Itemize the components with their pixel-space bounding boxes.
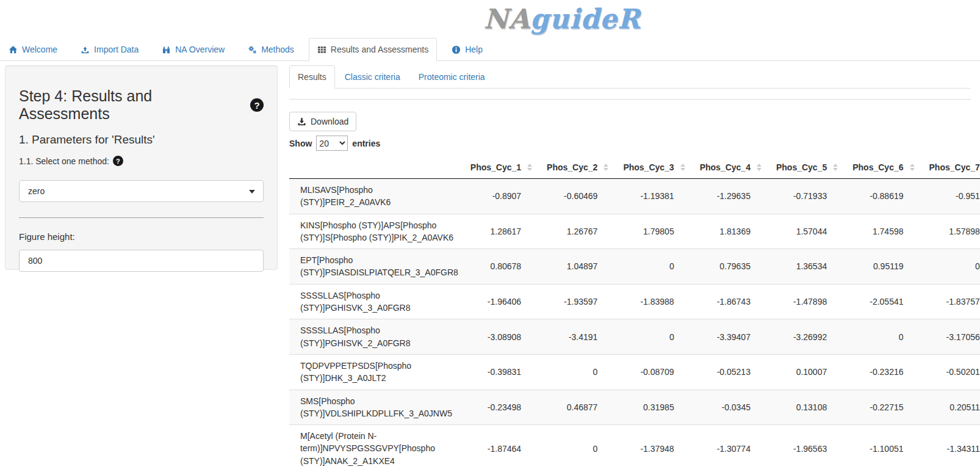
sort-arrows-icon (680, 164, 685, 171)
value-cell: -1.37948 (617, 425, 693, 472)
download-button[interactable]: Download (289, 112, 356, 131)
page-length-select[interactable]: 20 (316, 136, 348, 151)
value-cell: -1.96563 (770, 425, 846, 472)
value-cell: -3.17056 (923, 319, 980, 355)
row-name-cell: TQDPVPPETPSDS[Phospho (STY)]DHK_3_A0JLT2 (289, 354, 464, 390)
value-cell: -0.39831 (464, 354, 541, 390)
column-header-label: Phos_Cyc_6 (852, 162, 903, 172)
table-row: SSSSLLAS[Phospho (STY)]PGHISVK_3_A0FGR8-… (289, 284, 980, 319)
entries-label: entries (352, 139, 380, 148)
results-table: Phos_Cyc_1Phos_Cyc_2Phos_Cyc_3Phos_Cyc_4… (289, 156, 980, 472)
figure-height-input[interactable] (19, 250, 264, 272)
app-logo: NAguideR (483, 5, 640, 32)
value-cell: -0.71933 (770, 179, 846, 214)
nav-label: Import Data (94, 45, 139, 54)
value-cell: -0.22715 (846, 390, 923, 425)
method-label-text: 1.1. Select one method: (19, 156, 109, 166)
value-cell: 0.95119 (846, 249, 923, 285)
value-cell: -1.96406 (464, 284, 541, 319)
gears-icon (248, 45, 257, 54)
value-cell: -0.23216 (846, 354, 923, 390)
value-cell: -0.50201 (923, 354, 980, 390)
nav-link-results-and-assessments[interactable]: Results and Assessments (309, 38, 437, 61)
subtab-link-classic-criteria[interactable]: Classic criteria (336, 65, 409, 89)
table-row: SMS[Phospho (STY)]VDLSHIPLKDPLLFK_3_A0JN… (289, 390, 980, 425)
value-cell: -1.93597 (541, 284, 617, 319)
value-cell: 0 (541, 354, 617, 390)
column-header-phos-cyc-2[interactable]: Phos_Cyc_2 (541, 156, 617, 179)
column-header-phos-cyc-6[interactable]: Phos_Cyc_6 (846, 156, 923, 179)
show-label: Show (289, 139, 312, 148)
table-icon (317, 45, 326, 54)
value-cell: 0 (541, 425, 617, 472)
nav-link-import-data[interactable]: Import Data (72, 38, 147, 61)
method-label-row: 1.1. Select one method: ? (19, 156, 264, 166)
main-panel: ResultsClassic criteriaProteomic criteri… (289, 65, 971, 472)
figure-height-label: Figure height: (19, 231, 264, 242)
column-header-label: Phos_Cyc_7 (929, 162, 980, 172)
subtab-link-proteomic-criteria[interactable]: Proteomic criteria (410, 65, 494, 89)
binoculars-icon (162, 45, 171, 54)
value-cell: -0.951 (923, 179, 980, 214)
value-cell: 0.10007 (770, 354, 846, 390)
table-row: M[Acetyl (Protein N-term)]NPVYSPGSSGVPY[… (289, 425, 980, 472)
column-header-phos-cyc-1[interactable]: Phos_Cyc_1 (464, 156, 541, 179)
content-area: Step 4: Results and Assessments ? 1. Par… (0, 61, 980, 472)
method-select-value: zero (28, 186, 45, 196)
nav-tab-welcome: Welcome (0, 38, 66, 61)
download-button-label: Download (311, 117, 348, 126)
content-divider (289, 99, 971, 100)
table-row: KINS[Phospho (STY)]APS[Phospho (STY)]S[P… (289, 214, 980, 249)
info-icon (452, 45, 461, 54)
value-cell: 1.79805 (617, 214, 693, 249)
value-cell: 1.26767 (541, 214, 617, 249)
column-header-phos-cyc-4[interactable]: Phos_Cyc_4 (694, 156, 770, 179)
sort-arrows-icon (833, 164, 838, 171)
row-name-cell: KINS[Phospho (STY)]APS[Phospho (STY)]S[P… (289, 214, 464, 249)
chevron-down-icon (249, 190, 255, 194)
question-circle-icon[interactable]: ? (113, 156, 123, 166)
nav-label: Welcome (22, 45, 57, 54)
nav-link-methods[interactable]: Methods (239, 38, 303, 61)
table-row: TQDPVPPETPSDS[Phospho (STY)]DHK_3_A0JLT2… (289, 354, 980, 390)
value-cell: 1.28617 (464, 214, 541, 249)
sort-arrows-icon (603, 164, 608, 171)
nav-tab-na-overview: NA Overview (153, 38, 233, 61)
nav-tab-methods: Methods (239, 38, 303, 61)
nav-link-welcome[interactable]: Welcome (0, 38, 66, 61)
value-cell: -1.47898 (770, 284, 846, 319)
sort-arrows-icon (910, 164, 915, 171)
row-name-cell: SMS[Phospho (STY)]VDLSHIPLKDPLLFK_3_A0JN… (289, 390, 464, 425)
value-cell: 0.46877 (541, 390, 617, 425)
sort-arrows-icon (757, 164, 762, 171)
value-cell: 0.80678 (464, 249, 541, 285)
sidebar-panel: Step 4: Results and Assessments ? 1. Par… (5, 65, 278, 270)
column-header-phos-cyc-3[interactable]: Phos_Cyc_3 (617, 156, 693, 179)
nav-label: Results and Assessments (331, 45, 428, 54)
value-cell: -1.30774 (694, 425, 770, 472)
value-cell: -1.87464 (464, 425, 541, 472)
parameters-heading: 1. Parameters for 'Results' (19, 133, 264, 147)
logo-text-na: NA (483, 3, 530, 34)
value-cell: -0.08709 (617, 354, 693, 390)
question-circle-icon[interactable]: ? (250, 98, 264, 112)
nav-link-help[interactable]: Help (443, 38, 491, 61)
row-name-cell: M[Acetyl (Protein N-term)]NPVYSPGSSGVPY[… (289, 425, 464, 472)
table-header-row: Phos_Cyc_1Phos_Cyc_2Phos_Cyc_3Phos_Cyc_4… (289, 156, 980, 179)
method-select[interactable]: zero (19, 180, 264, 202)
value-cell: 0.13108 (770, 390, 846, 425)
nav-link-na-overview[interactable]: NA Overview (153, 38, 233, 61)
column-header-phos-cyc-7[interactable]: Phos_Cyc_7 (923, 156, 980, 179)
nav-tab-help: Help (443, 38, 491, 61)
row-name-cell: EPT[Phospho (STY)]PSIASDISLPIATQELR_3_A0… (289, 249, 464, 285)
subtab-results: Results (289, 65, 335, 89)
table-row: EPT[Phospho (STY)]PSIASDISLPIATQELR_3_A0… (289, 249, 980, 285)
column-header-label: Phos_Cyc_4 (700, 162, 751, 172)
column-header-label: Phos_Cyc_1 (470, 162, 521, 172)
subtab-link-results[interactable]: Results (289, 65, 335, 89)
main-navbar: WelcomeImport DataNA OverviewMethodsResu… (0, 38, 980, 61)
nav-label: Methods (261, 45, 294, 54)
subtab-classic-criteria: Classic criteria (336, 65, 409, 89)
value-cell: -1.83988 (617, 284, 693, 319)
column-header-phos-cyc-5[interactable]: Phos_Cyc_5 (770, 156, 846, 179)
